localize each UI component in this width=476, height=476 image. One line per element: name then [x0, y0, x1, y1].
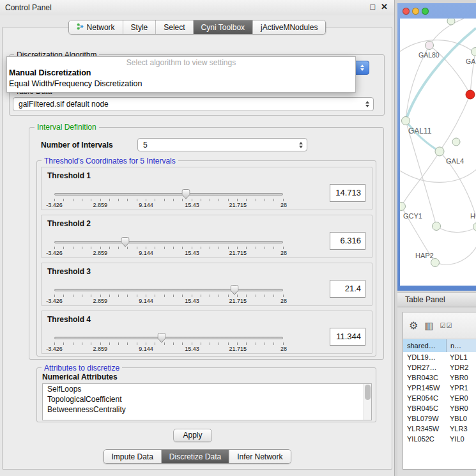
columns-icon[interactable]: ▥	[424, 320, 433, 332]
arrow-down-icon	[360, 68, 364, 71]
cell-name: YBL0	[447, 413, 476, 424]
network-edge	[401, 151, 440, 206]
table-row[interactable]: YBL079WYBL0	[403, 413, 476, 424]
network-node[interactable]	[433, 222, 441, 231]
gear-icon[interactable]: ⚙	[409, 319, 418, 332]
network-node[interactable]	[435, 147, 444, 156]
threshold-panel: Threshold 4-3.4262.8599.14415.4321.71528…	[41, 311, 372, 354]
control-panel-titlebar: Control Panel □ ✕	[0, 0, 394, 15]
slider-thumb-icon[interactable]	[158, 333, 166, 343]
network-node[interactable]	[400, 203, 406, 211]
select-columns-icon[interactable]: ☑☑	[440, 322, 453, 329]
table-row[interactable]: YIL052CYIL0	[403, 434, 476, 444]
dropdown-option[interactable]: Equal Width/Frequency Discretization	[7, 79, 355, 89]
table-row[interactable]: YBR045CYBR0	[403, 403, 476, 413]
scale-label: 21.715	[229, 250, 247, 256]
table-row[interactable]: YPR145WYPR1	[403, 383, 476, 393]
tab-style[interactable]: Style	[123, 20, 157, 34]
threshold-slider-track[interactable]	[54, 289, 283, 291]
attribute-list-item[interactable]: TopologicalCoefficient	[43, 394, 371, 404]
scale-label: 2.859	[93, 202, 108, 208]
table-row[interactable]: YDL19…YDL1	[403, 352, 476, 362]
attribute-list-item[interactable]: SelfLoops	[43, 384, 371, 394]
close-traffic-light-icon[interactable]	[403, 8, 410, 15]
network-node[interactable]	[402, 117, 410, 125]
network-node[interactable]	[447, 19, 455, 25]
tab-jactivemnodules[interactable]: jActiveMNodules	[253, 20, 325, 34]
slider-thumb-icon[interactable]	[231, 285, 239, 295]
table-row[interactable]: YER054CYER0	[403, 393, 476, 403]
minimize-traffic-light-icon[interactable]	[412, 8, 419, 15]
arrow-up-icon	[299, 142, 303, 144]
apply-button[interactable]: Apply	[173, 429, 212, 442]
table-row[interactable]: YBR043CYBR0	[403, 372, 476, 383]
bottom-tab-bar: Impute DataDiscretize DataInfer Network	[103, 449, 291, 464]
table-panel-title: Table Panel	[405, 295, 445, 304]
tab-infer-network[interactable]: Infer Network	[229, 450, 290, 463]
tab-impute-data[interactable]: Impute Data	[104, 450, 161, 463]
number-of-intervals-combobox[interactable]: 5	[137, 138, 307, 151]
table-row[interactable]: YLR345WYLR3	[403, 424, 476, 434]
scale-label: 9.144	[139, 346, 153, 352]
float-window-icon[interactable]: □	[370, 2, 375, 12]
slider-thumb-icon[interactable]	[182, 189, 190, 199]
tab-cyni-toolbox[interactable]: Cyni Toolbox	[194, 20, 253, 34]
scale-label: 15.43	[185, 202, 199, 208]
dropdown-option[interactable]: Manual Discretization	[7, 68, 355, 79]
scrollbar-thumb[interactable]	[365, 385, 371, 400]
threshold-label: Threshold 1	[47, 171, 91, 180]
cell-name: YIL0	[447, 434, 476, 444]
threshold-slider-track[interactable]	[54, 241, 283, 243]
slider-scale-labels: -3.4262.8599.14415.4321.71528	[54, 250, 284, 257]
slider-thumb-icon[interactable]	[121, 237, 130, 247]
dropdown-placeholder-item[interactable]: Select algorithm to view settings	[7, 57, 355, 68]
attribute-list-item[interactable]: BetweennessCentrality	[43, 404, 371, 415]
column-header-shared-name[interactable]: shared…	[403, 339, 447, 352]
tab-network[interactable]: Network	[69, 20, 123, 34]
zoom-traffic-light-icon[interactable]	[422, 8, 429, 15]
column-header-name[interactable]: n…	[447, 339, 476, 352]
numerical-attributes-label: Numerical Attributes	[42, 372, 118, 381]
threshold-value-field[interactable]: 6.316	[330, 232, 365, 250]
tab-label: Discretize Data	[169, 452, 221, 461]
scale-label: 28	[280, 250, 287, 256]
network-node[interactable]	[431, 259, 440, 267]
tab-label: Select	[164, 23, 185, 32]
threshold-value-field[interactable]: 14.713	[330, 184, 365, 202]
scale-label: -3.426	[46, 250, 63, 256]
threshold-slider-track[interactable]	[54, 337, 283, 339]
attributes-scrollbar[interactable]	[364, 384, 371, 420]
network-node[interactable]	[452, 138, 460, 146]
threshold-slider-track[interactable]	[54, 193, 283, 196]
network-node[interactable]	[466, 90, 475, 99]
table-row[interactable]: YDR27…YDR2	[403, 362, 476, 372]
panel-title: Control Panel	[5, 3, 52, 12]
numerical-attributes-list[interactable]: SelfLoopsTopologicalCoefficientBetweenne…	[42, 383, 372, 420]
tab-select[interactable]: Select	[156, 20, 193, 34]
network-node[interactable]	[426, 42, 434, 50]
network-edge	[429, 19, 464, 45]
cell-name: YPR1	[447, 383, 476, 393]
threshold-value-field[interactable]: 21.4	[330, 280, 365, 298]
attributes-group-title: Attributes to discretize	[42, 364, 122, 372]
tab-label: Style	[131, 23, 148, 32]
close-panel-icon[interactable]: ✕	[381, 2, 388, 12]
tab-discretize-data[interactable]: Discretize Data	[162, 450, 229, 463]
cell-name: YBR0	[447, 403, 476, 413]
table-data-combobox[interactable]: galFiltered.sif default node	[13, 97, 374, 111]
scale-label: 2.859	[93, 250, 108, 256]
network-canvas[interactable]: GAL80GAGAL11GAL4GCY1HHAP2	[400, 19, 476, 286]
slider-scale-labels: -3.4262.8599.14415.4321.71528	[54, 202, 284, 209]
network-node[interactable]	[472, 48, 476, 56]
network-view-window: GAL80GAGAL11GAL4GCY1HHAP2	[397, 3, 476, 291]
scale-label: 15.43	[185, 298, 199, 304]
scale-label: 21.715	[229, 298, 247, 304]
cell-shared-name: YER054C	[403, 393, 447, 403]
cell-shared-name: YBR045C	[403, 403, 447, 413]
combobox-dropdown-icon[interactable]	[355, 61, 369, 75]
network-node[interactable]	[473, 223, 476, 231]
threshold-value-field[interactable]: 11.344	[330, 328, 365, 346]
tab-label: Infer Network	[237, 452, 282, 461]
threshold-label: Threshold 3	[47, 267, 91, 276]
table-toolbar: ⚙ ▥ ☑☑	[403, 312, 476, 339]
